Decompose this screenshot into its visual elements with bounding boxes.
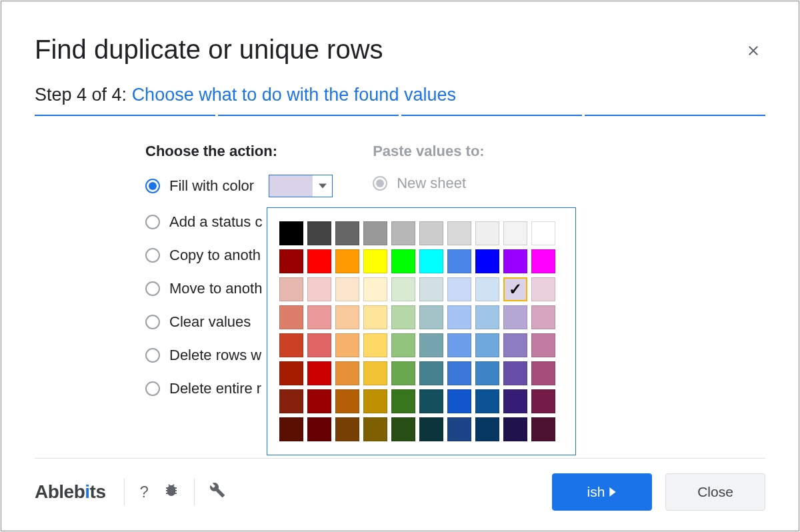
color-swatch[interactable]	[447, 305, 471, 329]
color-swatch[interactable]	[279, 333, 303, 357]
color-swatch[interactable]	[531, 417, 555, 441]
color-swatch[interactable]	[363, 277, 387, 301]
paste-heading: Paste values to:	[373, 143, 485, 160]
radio-button[interactable]	[145, 315, 160, 329]
color-swatch[interactable]	[475, 221, 499, 245]
color-swatch[interactable]	[335, 305, 359, 329]
color-swatch[interactable]	[447, 221, 471, 245]
color-swatch[interactable]	[531, 249, 555, 273]
bug-icon[interactable]	[163, 482, 179, 502]
color-swatch[interactable]	[335, 277, 359, 301]
color-swatch[interactable]	[419, 221, 443, 245]
color-swatch[interactable]	[531, 361, 555, 385]
color-swatch[interactable]	[363, 305, 387, 329]
color-swatch[interactable]	[419, 389, 443, 413]
color-swatch[interactable]	[307, 389, 331, 413]
color-swatch[interactable]	[279, 389, 303, 413]
radio-button[interactable]	[145, 381, 160, 396]
color-swatch[interactable]	[335, 389, 359, 413]
color-swatch[interactable]	[419, 277, 443, 301]
color-swatch[interactable]	[363, 417, 387, 441]
color-swatch[interactable]	[307, 417, 331, 441]
radio-label: Fill with color	[169, 177, 254, 195]
color-swatch[interactable]	[335, 417, 359, 441]
close-icon[interactable]	[741, 39, 765, 63]
color-dropdown[interactable]	[269, 175, 333, 197]
color-swatch[interactable]	[419, 249, 443, 273]
color-swatch[interactable]	[531, 389, 555, 413]
color-swatch[interactable]	[419, 417, 443, 441]
color-swatch[interactable]	[475, 277, 499, 301]
color-swatch[interactable]	[335, 361, 359, 385]
color-swatch[interactable]	[531, 221, 555, 245]
color-swatch[interactable]	[391, 361, 415, 385]
color-swatch[interactable]	[279, 305, 303, 329]
radio-button[interactable]	[145, 348, 160, 363]
color-swatch[interactable]	[279, 417, 303, 441]
color-swatch[interactable]	[363, 249, 387, 273]
color-swatch[interactable]	[503, 277, 527, 301]
help-icon[interactable]: ?	[139, 483, 148, 501]
color-swatch[interactable]	[335, 221, 359, 245]
radio-button[interactable]	[145, 281, 160, 296]
color-swatch[interactable]	[391, 249, 415, 273]
color-swatch[interactable]	[447, 361, 471, 385]
color-swatch[interactable]	[279, 277, 303, 301]
color-swatch[interactable]	[475, 389, 499, 413]
color-swatch[interactable]	[447, 417, 471, 441]
color-swatch[interactable]	[447, 249, 471, 273]
color-swatch[interactable]	[279, 249, 303, 273]
color-swatch[interactable]	[475, 333, 499, 357]
color-swatch[interactable]	[307, 361, 331, 385]
color-swatch[interactable]	[307, 277, 331, 301]
color-swatch[interactable]	[391, 305, 415, 329]
color-swatch[interactable]	[279, 361, 303, 385]
radio-button[interactable]	[145, 248, 160, 263]
color-swatch[interactable]	[363, 221, 387, 245]
color-swatch[interactable]	[503, 389, 527, 413]
color-swatch[interactable]	[503, 305, 527, 329]
color-swatch[interactable]	[363, 333, 387, 357]
color-swatch[interactable]	[503, 221, 527, 245]
color-swatch[interactable]	[419, 305, 443, 329]
radio-fill-with-color[interactable]: Fill with color	[145, 175, 333, 197]
color-swatch[interactable]	[307, 305, 331, 329]
color-swatch[interactable]	[419, 333, 443, 357]
color-swatch[interactable]	[363, 389, 387, 413]
color-swatch[interactable]	[391, 221, 415, 245]
wrench-icon[interactable]	[209, 482, 225, 502]
caret-down-icon[interactable]	[312, 175, 332, 197]
close-button[interactable]: Close	[665, 473, 765, 511]
color-swatch[interactable]	[307, 333, 331, 357]
color-swatch[interactable]	[503, 417, 527, 441]
color-swatch[interactable]	[503, 361, 527, 385]
color-swatch[interactable]	[503, 333, 527, 357]
color-swatch[interactable]	[307, 221, 331, 245]
color-swatch[interactable]	[307, 249, 331, 273]
color-swatch[interactable]	[391, 417, 415, 441]
color-swatch[interactable]	[475, 305, 499, 329]
color-swatch[interactable]	[335, 333, 359, 357]
color-swatch[interactable]	[531, 333, 555, 357]
color-swatch[interactable]	[531, 277, 555, 301]
color-swatch[interactable]	[475, 417, 499, 441]
color-swatch[interactable]	[475, 361, 499, 385]
color-swatch[interactable]	[503, 249, 527, 273]
color-swatch[interactable]	[531, 305, 555, 329]
color-swatch[interactable]	[391, 277, 415, 301]
radio-label: Add a status c	[169, 213, 262, 231]
color-swatch[interactable]	[391, 389, 415, 413]
color-swatch[interactable]	[335, 249, 359, 273]
color-swatch[interactable]	[279, 221, 303, 245]
radio-button[interactable]	[145, 215, 160, 229]
color-swatch[interactable]	[447, 277, 471, 301]
radio-button[interactable]	[145, 179, 160, 193]
color-swatch[interactable]	[269, 175, 312, 197]
color-swatch[interactable]	[475, 249, 499, 273]
color-swatch[interactable]	[447, 333, 471, 357]
finish-button[interactable]: ish	[552, 473, 652, 511]
color-swatch[interactable]	[419, 361, 443, 385]
color-swatch[interactable]	[391, 333, 415, 357]
color-swatch[interactable]	[447, 389, 471, 413]
color-swatch[interactable]	[363, 361, 387, 385]
